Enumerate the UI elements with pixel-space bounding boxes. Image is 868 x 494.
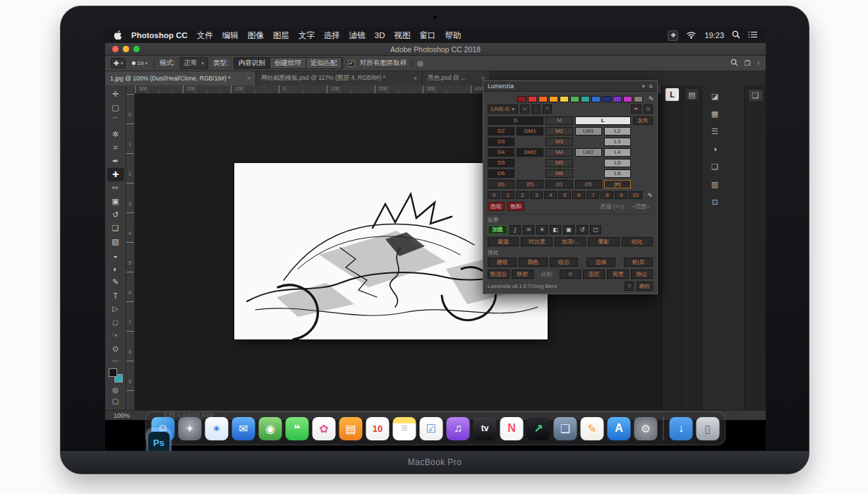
lumenzia-panel-tab[interactable]: L <box>665 88 679 101</box>
path-select-tool[interactable]: ▷ <box>107 302 124 315</box>
blend-mode-select[interactable]: 正常 ▾ <box>180 57 209 69</box>
menubar-menu-item[interactable]: 文件 <box>197 30 213 41</box>
dock-item-podcasts[interactable]: ♫ <box>445 414 471 443</box>
dock-item-stocks[interactable]: ↗ <box>526 414 552 443</box>
panel-close-button[interactable]: X <box>644 104 653 114</box>
ps-search-icon[interactable] <box>730 59 738 68</box>
color-swatch[interactable] <box>570 96 579 102</box>
exposure-icon[interactable]: ☀ <box>536 225 548 234</box>
lumenzia-mask-button[interactable]: L3 <box>604 138 631 146</box>
lumenzia-mask-button[interactable]: M6 <box>545 169 572 178</box>
lumenzia-mask-button[interactable]: DM2 <box>517 148 543 157</box>
dock-item-news[interactable]: N <box>499 414 525 443</box>
lumenzia-mask-button[interactable]: (e) <box>604 180 631 188</box>
lumenzia-mask-button[interactable]: L <box>575 116 631 125</box>
curves-icon[interactable]: ʃ <box>510 225 521 234</box>
lumenzia-mask-button[interactable]: D4 <box>488 148 514 157</box>
menubar-menu-item[interactable]: 编辑 <box>222 30 239 41</box>
dock-item-calendar[interactable]: 10 <box>365 414 391 443</box>
more-tools-icon[interactable]: ⋯ <box>112 357 119 365</box>
lumenzia-optimize-button[interactable]: If <box>560 270 581 279</box>
menubar-menu-item[interactable]: 窗口 <box>420 30 436 41</box>
menubar-menu-item[interactable]: 文字 <box>299 30 315 41</box>
zoom-window-button[interactable] <box>133 46 140 52</box>
lumenzia-optimize-button[interactable]: 除尘 <box>631 270 653 279</box>
panel-menu-icon[interactable]: ≡ <box>649 83 653 90</box>
lumenzia-apply-button[interactable]: 加深/... <box>555 237 586 246</box>
dock-item-launchpad[interactable]: ✦ <box>177 414 203 443</box>
lumenzia-mask-button[interactable]: L4 <box>604 148 631 157</box>
dock-item-downloads[interactable]: ↓ <box>668 414 694 443</box>
minimize-window-button[interactable] <box>123 46 129 52</box>
paint-brush-icon[interactable]: ✎ <box>648 192 653 199</box>
crop-tool[interactable]: ⌗ <box>107 141 124 155</box>
dock-item-trash[interactable]: ▯ <box>695 414 721 443</box>
lumenzia-optimize-button[interactable]: 组合 <box>550 258 579 267</box>
lumenzia-mask-button[interactable]: L6 <box>604 169 631 178</box>
type-option-content-aware[interactable]: 内容识别 <box>234 58 270 68</box>
shape-tool[interactable]: □ <box>107 315 124 329</box>
zoom-level-field[interactable]: 100% <box>114 412 130 419</box>
brush-tool[interactable]: ✏ <box>107 181 124 195</box>
close-window-button[interactable] <box>112 46 119 52</box>
zone-number-button[interactable]: 6 <box>572 191 585 199</box>
ruler-origin-corner[interactable] <box>126 85 135 94</box>
color-swatch[interactable] <box>613 96 622 102</box>
lumenzia-mask-button[interactable]: LM1 <box>575 127 602 135</box>
eyedropper-icon[interactable]: ✒ <box>631 104 641 114</box>
screen-mode-icon[interactable]: ▢ <box>112 397 119 405</box>
color-swatch[interactable] <box>549 96 558 102</box>
levels-icon[interactable]: ♒ <box>523 225 534 234</box>
load-button[interactable]: 加载 <box>488 225 507 234</box>
lumenzia-mask-button[interactable]: (a) <box>488 180 514 188</box>
gradient-tool[interactable]: ▧ <box>107 235 124 248</box>
menubar-menu-item[interactable]: 图层 <box>273 30 289 41</box>
sample-all-layers-checkbox[interactable]: ✓ <box>348 60 355 67</box>
spotlight-icon[interactable] <box>732 30 740 40</box>
color-swatch[interactable] <box>528 96 537 102</box>
lumenzia-optimize-button[interactable]: 选区 <box>583 270 605 279</box>
quick-select-tool[interactable]: ✲ <box>107 128 124 141</box>
dock-item-reminders[interactable]: ☑ <box>418 414 445 443</box>
lumenzia-paint-button[interactable]: 饱和 <box>507 202 524 211</box>
lumenzia-live-button[interactable]: * <box>543 104 552 114</box>
vertical-ruler[interactable]: 0123456789 <box>126 94 135 410</box>
brush-preset-picker[interactable]: 19 ▾ <box>131 60 148 66</box>
type-option-create-texture[interactable]: 创建纹理 <box>270 58 306 68</box>
tab-1jpg[interactable]: 1.jpg @ 100% (Dust/Heal/Clone, RGB/16#) … <box>105 71 256 85</box>
zone-number-button[interactable]: 4 <box>544 191 557 199</box>
lumenzia-optimize-button[interactable]: 映射 <box>512 270 534 279</box>
lumenzia-mask-button[interactable]: M3 <box>545 138 572 146</box>
gradient-mask-icon[interactable]: ◧ <box>550 225 561 234</box>
histogram-panel-icon[interactable]: ◪ <box>708 90 722 102</box>
dock-item-mail[interactable]: ✉ <box>231 414 257 443</box>
workspace-switcher-icon[interactable]: ❐ <box>745 59 751 67</box>
lumenzia-mask-button[interactable]: D <box>488 116 543 125</box>
lumenzia-mask-button[interactable]: M4 <box>545 148 572 157</box>
lumenzia-mask-button[interactable]: M2 <box>545 127 572 135</box>
tab-black-psd[interactable]: 黑色.psd @ ... × <box>423 71 490 85</box>
lumenzia-live-button[interactable]: + <box>520 104 529 114</box>
lumenzia-mask-button[interactable]: (c) <box>545 180 572 188</box>
dock-item-system-preferences[interactable]: ⚙ <box>633 414 659 443</box>
apple-icon[interactable] <box>114 30 122 40</box>
lumenzia-basics-panel-icon[interactable]: ▤ <box>685 88 699 101</box>
menubar-clock[interactable]: 19:23 <box>704 31 724 40</box>
layers-panel-icon[interactable]: ❏ <box>708 160 722 173</box>
zone-number-button[interactable]: 1 <box>502 191 514 199</box>
brush-icon[interactable]: ✎ <box>649 95 654 102</box>
lasso-tool[interactable]: ⌒ <box>107 114 124 128</box>
lumenzia-optimize-button[interactable]: 边缘 <box>586 258 615 267</box>
type-tool[interactable]: T <box>107 289 124 302</box>
dock-item-display[interactable]: ❏ <box>553 414 579 443</box>
lumenzia-apply-button[interactable]: 对比度 <box>521 237 552 246</box>
paths-panel-icon[interactable]: ⊡ <box>708 195 722 208</box>
adjustments-panel-icon[interactable]: ☰ <box>708 125 722 138</box>
color-swatch[interactable] <box>591 96 601 102</box>
foreground-color-chip[interactable] <box>109 368 117 377</box>
lumenzia-apply-button[interactable]: 晕影 <box>588 237 619 246</box>
tab-close-icon[interactable]: × <box>409 75 417 82</box>
lumenzia-mask-button[interactable]: D6 <box>488 169 514 178</box>
lumenzia-optimize-button[interactable]: 建组 <box>488 258 517 267</box>
control-center-icon[interactable] <box>748 31 757 40</box>
